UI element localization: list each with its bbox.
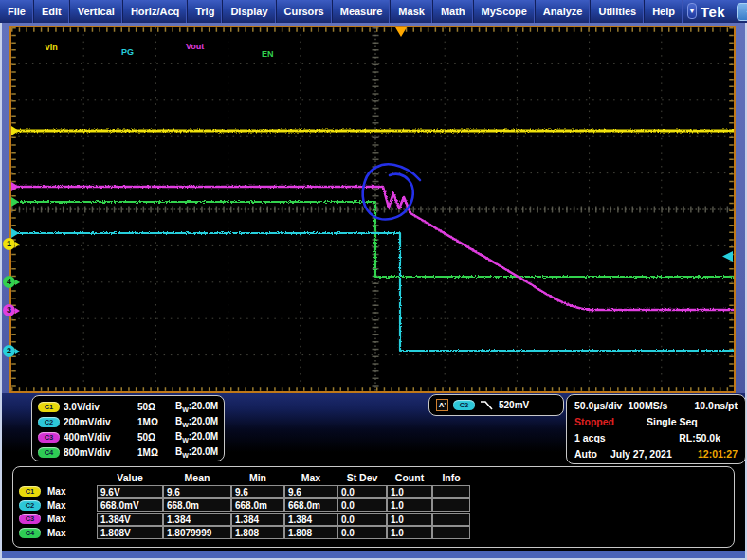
time-readout: 12:01:27 — [698, 448, 738, 460]
meas-info — [432, 498, 470, 512]
meas-stdev: 0.0 — [337, 526, 387, 539]
meas-value: 668.0mV — [97, 498, 163, 512]
channel-badge: C1 — [19, 486, 41, 497]
trigger-readout-panel[interactable]: A' C2 520mV — [428, 394, 564, 416]
meas-count: 1.0 — [387, 485, 432, 498]
menu-math[interactable]: Math — [433, 0, 474, 23]
record-length: RL:50.0k — [679, 432, 720, 443]
channel-readout-row[interactable]: C4 800mV/div 1MΩ BW:20.0M — [38, 444, 218, 460]
channel-marker-4[interactable]: 4 — [3, 276, 15, 288]
menu-help[interactable]: Help — [645, 0, 683, 23]
menu-edit[interactable]: Edit — [34, 0, 70, 23]
menu-utilities[interactable]: Utilities — [591, 0, 645, 23]
waveform-graticule[interactable] — [9, 26, 736, 393]
date-readout: July 27, 2021 — [610, 448, 672, 460]
trigger-level-arrow-icon[interactable] — [722, 251, 733, 262]
channel-impedance: 50Ω — [137, 402, 175, 412]
resolution: 10.0ns/pt — [694, 400, 738, 411]
channel-badge: C4 — [38, 447, 60, 458]
col-header-value: Value — [97, 472, 163, 483]
channel-scale: 800mV/div — [64, 447, 137, 458]
channel-impedance: 1MΩ — [137, 417, 175, 427]
scope-screen: Vin PG Vout EN 1 4 3 2 C1 3.0V/div 50Ω B… — [2, 23, 745, 551]
menu-trig[interactable]: Trig — [188, 0, 223, 23]
channel-marker-1[interactable]: 1 — [3, 238, 15, 250]
channel-scale: 400mV/div — [64, 432, 137, 443]
channel-marker-2[interactable]: 2 — [3, 345, 15, 357]
channel-scale: 3.0V/div — [64, 402, 137, 412]
channel-impedance: 50Ω — [137, 432, 175, 443]
chevron-down-icon: ▼ — [688, 7, 696, 15]
meas-min: 668.0m — [231, 498, 284, 512]
falling-edge-icon — [480, 399, 494, 411]
col-header-stdev: St Dev — [337, 472, 387, 483]
oscilloscope-app-window: File Edit Vertical Horiz/Acq Trig Displa… — [0, 0, 747, 560]
measurement-type: Max — [47, 486, 97, 497]
menu-display[interactable]: Display — [223, 0, 276, 23]
menu-horiz-acq[interactable]: Horiz/Acq — [123, 0, 188, 23]
sample-rate: 100MS/s — [628, 400, 667, 411]
menu-bar: File Edit Vertical Horiz/Acq Trig Displa… — [0, 0, 747, 23]
meas-mean: 668.0m — [163, 498, 231, 512]
trace-c2-pg[interactable] — [11, 233, 734, 351]
measurement-row: C1 Max 9.6V 9.6 9.6 9.6 0.0 1.0 — [19, 485, 734, 499]
meas-stdev: 0.0 — [337, 513, 387, 526]
menu-measure[interactable]: Measure — [333, 0, 392, 23]
meas-max: 9.6 — [284, 485, 337, 498]
wave-label-vout: Vout — [186, 42, 204, 51]
channel-scale: 200mV/div — [64, 417, 137, 427]
minimize-button[interactable]: – — [737, 3, 747, 21]
timebase-scale: 50.0µs/div — [574, 400, 622, 411]
menu-file[interactable]: File — [0, 0, 34, 23]
trigger-position-icon[interactable] — [395, 27, 407, 37]
meas-mean: 9.6 — [163, 485, 231, 498]
meas-value: 1.384V — [97, 513, 163, 526]
measurement-row: C2 Max 668.0mV 668.0m 668.0m 668.0m 0.0 … — [19, 498, 734, 513]
channel-readout-panel[interactable]: C1 3.0V/div 50Ω BW:20.0M C2 200mV/div 1M… — [31, 395, 225, 461]
meas-min: 9.6 — [231, 485, 284, 498]
col-header-count: Count — [387, 472, 432, 483]
meas-value: 1.808V — [97, 526, 163, 539]
measurement-row: C4 Max 1.808V 1.8079999 1.808 1.808 0.0 … — [19, 526, 734, 540]
channel-badge: C1 — [38, 402, 60, 412]
channel-badge: C2 — [19, 500, 41, 511]
trigger-level: 520mV — [499, 400, 529, 410]
channel-badge: C3 — [19, 514, 41, 524]
meas-stdev: 0.0 — [337, 498, 387, 512]
menu-vertical[interactable]: Vertical — [70, 0, 123, 23]
acquisition-mode: Single Seq — [647, 416, 698, 427]
channel-readout-row[interactable]: C3 400mV/div 50Ω BW:20.0M — [38, 429, 218, 444]
menu-mask[interactable]: Mask — [391, 0, 433, 23]
meas-max: 1.808 — [284, 526, 337, 539]
menu-overflow-button[interactable]: ▼ — [687, 3, 697, 19]
col-header-mean: Mean — [163, 472, 231, 483]
channel-bandwidth: BW:20.0M — [175, 401, 228, 413]
channel-readout-row[interactable]: C1 3.0V/div 50Ω BW:20.0M — [38, 399, 218, 414]
menu-myscope[interactable]: MyScope — [474, 0, 536, 23]
meas-count: 1.0 — [387, 526, 432, 539]
col-header-min: Min — [231, 472, 284, 483]
wave-label-en: EN — [262, 49, 274, 59]
meas-min: 1.808 — [231, 526, 284, 539]
channel-marker-3[interactable]: 3 — [3, 304, 15, 316]
meas-mean: 1.384 — [163, 513, 231, 526]
window-bottom-strip — [2, 551, 745, 558]
measurement-row: C3 Max 1.384V 1.384 1.384 1.384 0.0 1.0 — [19, 513, 734, 527]
channel-readout-row[interactable]: C2 200mV/div 1MΩ BW:20.0M — [38, 414, 218, 429]
acquisition-count: 1 acqs — [574, 432, 606, 443]
display-background: Vin PG Vout EN 1 4 3 2 — [2, 23, 745, 393]
col-header-info: Info — [432, 472, 470, 483]
center-axes — [11, 27, 734, 391]
meas-info — [432, 513, 470, 526]
meas-value: 9.6V — [97, 485, 163, 498]
menu-cursors[interactable]: Cursors — [277, 0, 333, 23]
measurement-type: Max — [47, 500, 97, 511]
meas-min: 1.384 — [231, 513, 284, 526]
meas-count: 1.0 — [387, 498, 432, 512]
measurement-type: Max — [47, 528, 97, 538]
channel-badge: C3 — [38, 432, 60, 443]
timebase-readout-panel[interactable]: 50.0µs/div 100MS/s 10.0ns/pt Stopped Sin… — [566, 394, 746, 464]
menu-analyze[interactable]: Analyze — [536, 0, 592, 23]
channel-badge: C2 — [38, 417, 60, 427]
measurement-type: Max — [47, 514, 97, 524]
